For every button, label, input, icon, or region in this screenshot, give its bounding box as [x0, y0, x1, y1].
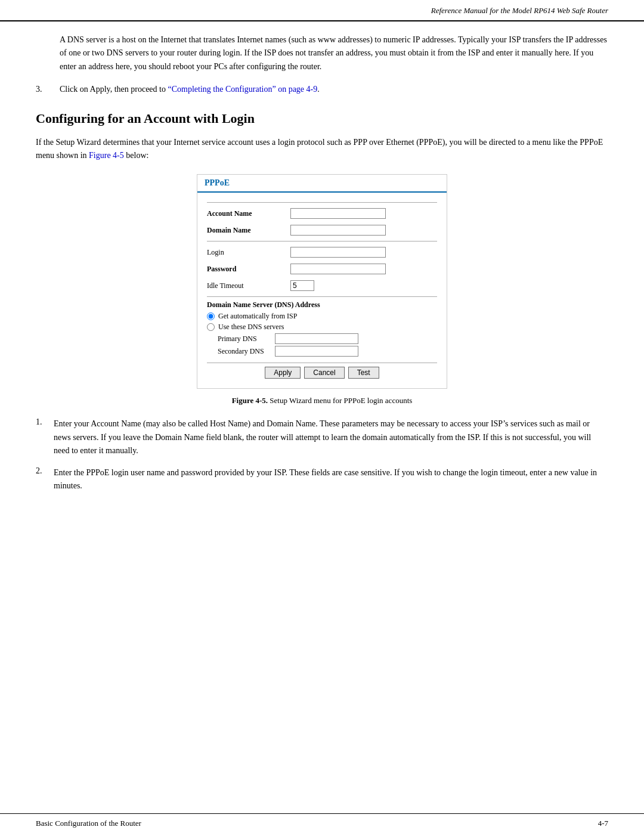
idle-timeout-input[interactable]	[290, 280, 314, 291]
account-name-label: Account Name	[207, 209, 290, 218]
password-label: Password	[207, 265, 290, 274]
form-row-domain-name: Domain Name	[207, 223, 437, 237]
radio-row-manual-dns: Use these DNS servers	[207, 323, 437, 332]
secondary-dns-label: Secondary DNS	[207, 347, 273, 356]
body-item-1-num: 1.	[36, 417, 54, 457]
page-container: Reference Manual for the Model RP614 Web…	[0, 0, 644, 833]
footer-left-text: Basic Configuration of the Router	[36, 819, 141, 828]
intro-text: A DNS server is a host on the Internet t…	[60, 35, 607, 71]
pppoe-title: PPPoE	[197, 175, 447, 193]
item-3-content: Click on Apply, then proceed to “Complet…	[60, 83, 320, 96]
domain-name-input[interactable]	[290, 225, 386, 236]
dns-section-label: Domain Name Server (DNS) Address	[207, 301, 437, 309]
section-intro-paragraph: If the Setup Wizard determines that your…	[36, 136, 608, 163]
divider-3	[207, 296, 437, 297]
pppoe-figure-container: PPPoE Account Name Domain Name Login	[197, 174, 447, 389]
radio-row-auto-dns: Get automatically from ISP	[207, 312, 437, 321]
login-label: Login	[207, 248, 290, 257]
intro-paragraph: A DNS server is a host on the Internet t…	[60, 33, 608, 73]
radio-auto-dns[interactable]	[207, 312, 215, 320]
item-3-text-after: .	[317, 85, 320, 94]
body-item-1-text: Enter your Account Name (may also be cal…	[54, 417, 608, 457]
body-item-1: 1. Enter your Account Name (may also be …	[36, 417, 608, 457]
body-item-2-num: 2.	[36, 466, 54, 493]
section-heading: Configuring for an Account with Login	[36, 111, 608, 126]
primary-dns-label: Primary DNS	[207, 335, 273, 343]
radio-manual-dns-label: Use these DNS servers	[218, 323, 284, 332]
form-row-login: Login	[207, 245, 437, 259]
idle-timeout-label: Idle Timeout	[207, 281, 290, 290]
form-row-account-name: Account Name	[207, 206, 437, 221]
dns-secondary-row: Secondary DNS	[207, 346, 437, 357]
login-input[interactable]	[290, 247, 386, 258]
completing-config-link[interactable]: “Completing the Configuration” on page 4…	[168, 85, 317, 94]
figure-caption-label: Figure 4-5.	[232, 396, 268, 405]
form-row-password: Password	[207, 262, 437, 276]
form-row-idle-timeout: Idle Timeout	[207, 278, 437, 293]
body-item-2: 2. Enter the PPPoE login user name and p…	[36, 466, 608, 493]
numbered-item-3: 3. Click on Apply, then proceed to “Comp…	[36, 83, 608, 96]
account-name-input[interactable]	[290, 208, 386, 219]
header-title: Reference Manual for the Model RP614 Web…	[431, 6, 608, 15]
button-row: Apply Cancel Test	[207, 363, 437, 382]
dns-primary-row: Primary DNS	[207, 333, 437, 344]
cancel-button[interactable]: Cancel	[304, 367, 344, 379]
pppoe-form: Account Name Domain Name Login Password	[197, 193, 447, 388]
figure-caption-text: Setup Wizard menu for PPPoE login accoun…	[270, 396, 412, 405]
secondary-dns-input[interactable]	[275, 346, 358, 357]
test-button[interactable]: Test	[348, 367, 379, 379]
password-input[interactable]	[290, 264, 386, 274]
figure-caption: Figure 4-5. Setup Wizard menu for PPPoE …	[36, 396, 608, 405]
item-3-num: 3.	[36, 83, 60, 96]
footer-right-text: 4-7	[598, 819, 608, 828]
figure-4-5-link[interactable]: Figure 4-5	[89, 151, 124, 160]
page-header: Reference Manual for the Model RP614 Web…	[0, 0, 644, 21]
divider-1	[207, 202, 437, 203]
primary-dns-input[interactable]	[275, 333, 358, 344]
item-3-text-before: Click on Apply, then proceed to	[60, 85, 168, 94]
domain-name-label: Domain Name	[207, 226, 290, 235]
divider-2	[207, 241, 437, 241]
section-intro-after: below:	[124, 151, 149, 160]
radio-auto-dns-label: Get automatically from ISP	[218, 312, 297, 321]
radio-manual-dns[interactable]	[207, 323, 215, 331]
content-area: A DNS server is a host on the Internet t…	[0, 21, 644, 549]
apply-button[interactable]: Apply	[265, 367, 301, 379]
page-footer: Basic Configuration of the Router 4-7	[0, 813, 644, 833]
body-item-2-text: Enter the PPPoE login user name and pass…	[54, 466, 608, 493]
